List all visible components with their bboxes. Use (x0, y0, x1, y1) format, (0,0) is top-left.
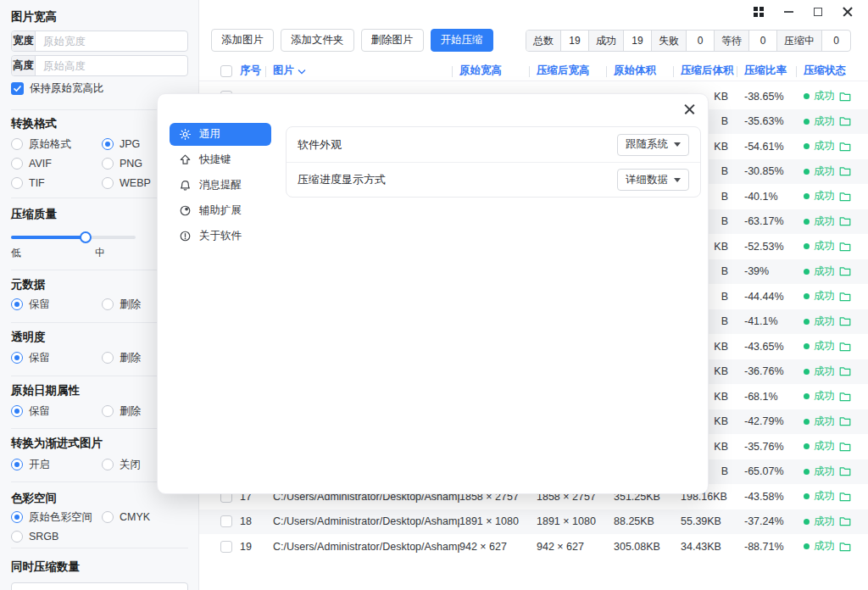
radio-option[interactable]: SRGB (11, 529, 102, 544)
row-checkbox[interactable] (220, 515, 232, 527)
radio-option[interactable]: 保留 (11, 350, 102, 365)
height-input[interactable] (36, 56, 187, 75)
table-header-cell[interactable]: 序号 (240, 64, 273, 78)
dialog-close-icon[interactable] (682, 102, 698, 117)
radio-option[interactable]: 原始格式 (11, 136, 102, 152)
open-folder-icon[interactable] (839, 516, 851, 526)
start-compress-button[interactable]: 开始压缩 (431, 29, 493, 52)
table-header-cell[interactable]: 压缩比率 (744, 64, 804, 78)
settings-menu-item[interactable]: 通用 (170, 123, 271, 146)
radio-option[interactable]: 原始色彩空间 (11, 509, 102, 525)
table-row[interactable]: 19 C:/Users/Administrator/Desktop/Ashamp… (199, 534, 868, 559)
open-folder-icon[interactable] (839, 316, 851, 326)
header-label: 压缩后宽高 (537, 64, 590, 78)
add-folder-button[interactable]: 添加文件夹 (281, 29, 354, 52)
settings-menu-item[interactable]: 辅助扩展 (170, 199, 271, 222)
table-header-cell[interactable]: 原始体积 (614, 64, 681, 78)
open-folder-icon[interactable] (839, 266, 851, 276)
checkbox-checked-icon[interactable] (11, 82, 24, 95)
close-button[interactable] (842, 5, 854, 19)
table-row[interactable]: 18 C:/Users/Administrator/Desktop/Ashamp… (199, 509, 868, 535)
open-folder-icon[interactable] (839, 392, 851, 402)
maximize-button[interactable] (812, 5, 824, 19)
radio-icon[interactable] (102, 405, 114, 417)
radio-icon[interactable] (102, 177, 114, 189)
tick-mid: 中 (95, 246, 105, 260)
table-header-cell[interactable]: 压缩后体积 (681, 64, 744, 78)
radio-icon[interactable] (11, 177, 23, 189)
general-settings-panel: 软件外观跟随系统压缩进度显示方式详细数据 (286, 126, 701, 198)
stat-label: 等待 (715, 31, 749, 51)
radio-icon[interactable] (102, 298, 114, 310)
radio-selected-icon[interactable] (11, 511, 23, 523)
open-folder-icon[interactable] (839, 116, 851, 126)
open-folder-icon[interactable] (839, 192, 851, 202)
radio-option[interactable]: 开启 (11, 457, 102, 472)
add-images-button[interactable]: 添加图片 (211, 29, 274, 52)
setting-label: 软件外观 (298, 137, 342, 153)
open-folder-icon[interactable] (839, 292, 851, 302)
settings-menu-item[interactable]: 关于软件 (170, 225, 271, 248)
radio-option[interactable]: 保留 (11, 404, 102, 419)
radio-icon[interactable] (102, 511, 114, 523)
setting-dropdown[interactable]: 详细数据 (617, 169, 689, 191)
radio-option[interactable]: 保留 (11, 297, 102, 312)
open-folder-icon[interactable] (839, 242, 851, 252)
concurrency-input[interactable] (11, 582, 188, 590)
open-folder-icon[interactable] (839, 216, 851, 226)
radio-option[interactable]: TIF (11, 175, 102, 191)
radio-selected-icon[interactable] (11, 405, 23, 417)
open-folder-icon[interactable] (839, 342, 851, 352)
open-folder-icon[interactable] (839, 166, 851, 176)
radio-icon[interactable] (102, 158, 114, 170)
open-folder-icon[interactable] (839, 442, 851, 452)
stat-label: 压缩中 (777, 31, 822, 51)
select-all-checkbox[interactable] (220, 65, 232, 77)
settings-menu-label: 辅助扩展 (199, 203, 242, 218)
table-header-cell[interactable]: 压缩后宽高 (537, 64, 614, 78)
radio-option[interactable]: AVIF (11, 156, 102, 171)
radio-icon[interactable] (11, 138, 23, 150)
radio-icon[interactable] (102, 352, 114, 364)
radio-selected-icon[interactable] (11, 352, 23, 364)
width-input[interactable] (36, 31, 187, 51)
status-dot (804, 443, 810, 449)
quality-slider-track[interactable] (11, 236, 136, 239)
row-checkbox[interactable] (220, 541, 232, 553)
table-header-cell[interactable]: 原始宽高 (459, 64, 537, 78)
open-folder-icon[interactable] (839, 492, 851, 502)
status-dot (804, 519, 810, 525)
radio-selected-icon[interactable] (11, 459, 23, 470)
radio-selected-icon[interactable] (11, 298, 23, 310)
radio-option[interactable]: CMYK (102, 509, 188, 525)
setting-dropdown[interactable]: 跟随系统 (617, 134, 689, 156)
app-grid-icon[interactable] (753, 5, 765, 19)
delete-images-button[interactable]: 删除图片 (361, 29, 424, 52)
table-header-cell[interactable]: 图片 (273, 64, 459, 78)
radio-icon[interactable] (11, 531, 23, 543)
radio-icon[interactable] (11, 158, 23, 170)
open-folder-icon[interactable] (839, 542, 851, 552)
radio-selected-icon[interactable] (102, 138, 114, 150)
status-text: 成功 (814, 264, 835, 279)
open-folder-icon[interactable] (839, 92, 851, 102)
quality-slider-thumb[interactable] (80, 231, 92, 243)
radio-icon[interactable] (102, 459, 114, 470)
radio-label: 原始格式 (29, 137, 71, 152)
stat-label: 总数 (526, 31, 561, 51)
dropdown-value: 跟随系统 (626, 137, 668, 152)
radio-label: TIF (29, 177, 45, 189)
keep-ratio-row[interactable]: 保持原始宽高比 (11, 81, 104, 96)
open-folder-icon[interactable] (839, 416, 851, 426)
minimize-button[interactable] (782, 5, 794, 19)
open-folder-icon[interactable] (839, 142, 851, 152)
cell-status: 成功 (804, 389, 868, 404)
table-header-cell[interactable]: 压缩状态 (804, 64, 868, 78)
gear-icon (179, 128, 192, 141)
radio-label: 原始色彩空间 (29, 510, 92, 525)
open-folder-icon[interactable] (839, 466, 851, 476)
settings-menu-item[interactable]: 消息提醒 (170, 174, 271, 197)
colorspace-options: 原始色彩空间CMYKSRGB (11, 509, 188, 544)
settings-menu-item[interactable]: 快捷键 (170, 148, 271, 171)
open-folder-icon[interactable] (839, 366, 851, 376)
